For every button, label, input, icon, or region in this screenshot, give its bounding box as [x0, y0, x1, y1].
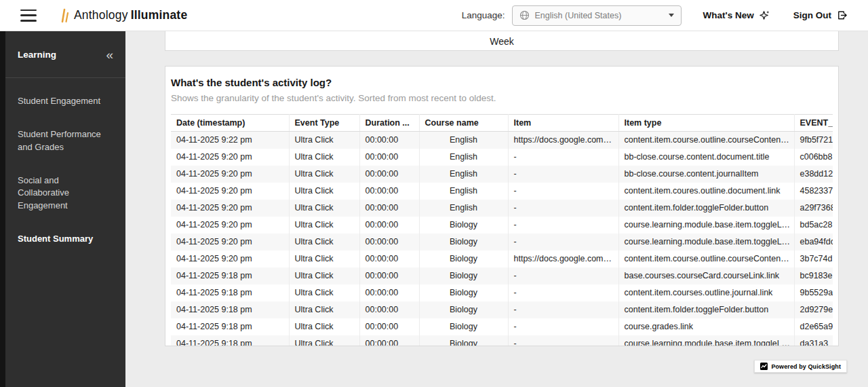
table-cell: Ultra Click: [289, 284, 359, 301]
language-select[interactable]: English (United States): [512, 5, 682, 26]
table-cell: Ultra Click: [289, 268, 359, 284]
brand-logo[interactable]: AnthologyIlluminate: [60, 7, 187, 24]
table-cell: content.item.course.outline.courseConten…: [618, 132, 794, 149]
table-cell: 04-11-2025 9:18 pm: [171, 284, 289, 301]
table-cell: 04-11-2025 9:20 pm: [171, 234, 289, 251]
language-selected-value: English (United States): [535, 11, 665, 20]
column-header[interactable]: Date (timestamp): [171, 115, 289, 132]
table-cell: Biology: [419, 284, 508, 301]
table-cell: 00:00:00: [359, 318, 419, 335]
column-header[interactable]: Event Type: [289, 115, 359, 132]
table-cell: a29f7368: [794, 200, 833, 217]
whats-new-button[interactable]: What's New: [703, 10, 770, 21]
table-cell: Biology: [419, 251, 508, 268]
table-cell: Biology: [419, 335, 508, 347]
table-row[interactable]: 04-11-2025 9:20 pmUltra Click00:00:00Eng…: [171, 149, 833, 166]
table-row[interactable]: 04-11-2025 9:20 pmUltra Click00:00:00Eng…: [171, 183, 833, 200]
activity-log-card: What's the student's activity log? Shows…: [165, 66, 839, 346]
table-cell: 00:00:00: [359, 251, 419, 268]
quicksight-label: Powered by QuickSight: [771, 363, 841, 370]
whats-new-label: What's New: [703, 10, 754, 20]
quicksight-badge[interactable]: Powered by QuickSight: [754, 360, 847, 373]
table-cell: 9fb5f721: [794, 132, 833, 149]
table-row[interactable]: 04-11-2025 9:18 pmUltra Click00:00:00Bio…: [171, 284, 833, 301]
table-cell: 00:00:00: [359, 335, 419, 347]
table-cell: Ultra Click: [289, 200, 359, 217]
table-cell: bc9183e: [794, 268, 833, 284]
sign-out-icon: [836, 10, 848, 21]
column-header[interactable]: Item type: [618, 115, 794, 132]
table-cell: Ultra Click: [289, 217, 359, 234]
column-header[interactable]: Item: [508, 115, 618, 132]
table-cell: 04-11-2025 9:20 pm: [171, 183, 289, 200]
main-content: Week What's the student's activity log? …: [125, 31, 868, 387]
language-label: Language:: [462, 10, 505, 20]
table-header-row: Date (timestamp)Event TypeDuration ...Co…: [171, 115, 833, 132]
table-cell: da31a3: [794, 335, 833, 347]
sidebar-item-social-and-collaborative-engagement[interactable]: Social and Collaborative Engagement: [5, 164, 125, 223]
table-cell: content.item.courses.outline.journal.lin…: [618, 284, 794, 301]
table-cell: content.item.coures.outline.document.lin…: [618, 183, 794, 200]
table-cell: -: [508, 301, 618, 318]
table-row[interactable]: 04-11-2025 9:18 pmUltra Click00:00:00Bio…: [171, 268, 833, 284]
chevron-down-icon: [669, 14, 674, 17]
globe-icon: [519, 10, 530, 20]
table-cell: Biology: [419, 268, 508, 284]
table-cell: 00:00:00: [359, 149, 419, 166]
table-cell: 00:00:00: [359, 183, 419, 200]
table-cell: -: [508, 318, 618, 335]
table-cell: Ultra Click: [289, 301, 359, 318]
table-cell: 00:00:00: [359, 268, 419, 284]
table-row[interactable]: 04-11-2025 9:20 pmUltra Click00:00:00Bio…: [171, 251, 833, 268]
table-cell: English: [419, 166, 508, 183]
sidebar-item-student-performance-and-grades[interactable]: Student Performance and Grades: [5, 118, 125, 164]
table-cell: 04-11-2025 9:20 pm: [171, 166, 289, 183]
table-row[interactable]: 04-11-2025 9:20 pmUltra Click00:00:00Eng…: [171, 166, 833, 183]
table-cell: 00:00:00: [359, 166, 419, 183]
table-cell: Biology: [419, 217, 508, 234]
table-cell: 04-11-2025 9:18 pm: [171, 335, 289, 347]
table-row[interactable]: 04-11-2025 9:20 pmUltra Click00:00:00Bio…: [171, 217, 833, 234]
table-row[interactable]: 04-11-2025 9:20 pmUltra Click00:00:00Eng…: [171, 200, 833, 217]
table-cell: https://docs.google.com…: [508, 132, 618, 149]
table-cell: Ultra Click: [289, 132, 359, 149]
table-cell: English: [419, 132, 508, 149]
table-cell: 04-11-2025 9:20 pm: [171, 200, 289, 217]
table-cell: e38dd12: [794, 166, 833, 183]
table-cell: course.learning.module.base.item.toggleL…: [618, 234, 794, 251]
table-cell: English: [419, 200, 508, 217]
table-cell: Ultra Click: [289, 149, 359, 166]
sidebar-item-student-engagement[interactable]: Student Engagement: [5, 85, 125, 118]
table-cell: -: [508, 149, 618, 166]
sidebar-title: Learning: [18, 50, 56, 60]
column-header[interactable]: Course name: [419, 115, 508, 132]
table-cell: Ultra Click: [289, 335, 359, 347]
anthology-logo-icon: [60, 7, 69, 24]
table-cell: 00:00:00: [359, 217, 419, 234]
brand-name: AnthologyIlluminate: [74, 8, 187, 22]
sign-out-button[interactable]: Sign Out: [793, 10, 848, 21]
table-cell: https://docs.google.com…: [508, 251, 618, 268]
column-header[interactable]: EVENT_ID: [794, 115, 833, 132]
table-cell: 00:00:00: [359, 200, 419, 217]
card-title: What's the student's activity log?: [171, 77, 833, 88]
table-row[interactable]: 04-11-2025 9:18 pmUltra Click00:00:00Bio…: [171, 318, 833, 335]
table-cell: -: [508, 200, 618, 217]
hamburger-menu-icon[interactable]: [20, 10, 37, 22]
table-row[interactable]: 04-11-2025 9:22 pmUltra Click00:00:00Eng…: [171, 132, 833, 149]
sparkle-icon: [759, 10, 770, 21]
table-cell: -: [508, 183, 618, 200]
sidebar-item-student-summary[interactable]: Student Summary: [5, 223, 125, 256]
table-cell: course.grades.link: [618, 318, 794, 335]
card-subtitle: Shows the granularity of the student's a…: [171, 93, 833, 103]
table-row[interactable]: 04-11-2025 9:20 pmUltra Click00:00:00Bio…: [171, 234, 833, 251]
table-cell: 4582337: [794, 183, 833, 200]
collapse-sidebar-icon[interactable]: «: [106, 48, 113, 61]
table-row[interactable]: 04-11-2025 9:18 pmUltra Click00:00:00Bio…: [171, 301, 833, 318]
column-header[interactable]: Duration ...: [359, 115, 419, 132]
table-cell: content.item.folder.toggleFolder.button: [618, 301, 794, 318]
table-cell: -: [508, 335, 618, 347]
table-cell: -: [508, 166, 618, 183]
table-cell: content.item.course.outline.courseConten…: [618, 251, 794, 268]
table-row[interactable]: 04-11-2025 9:18 pmUltra Click00:00:00Bio…: [171, 335, 833, 347]
